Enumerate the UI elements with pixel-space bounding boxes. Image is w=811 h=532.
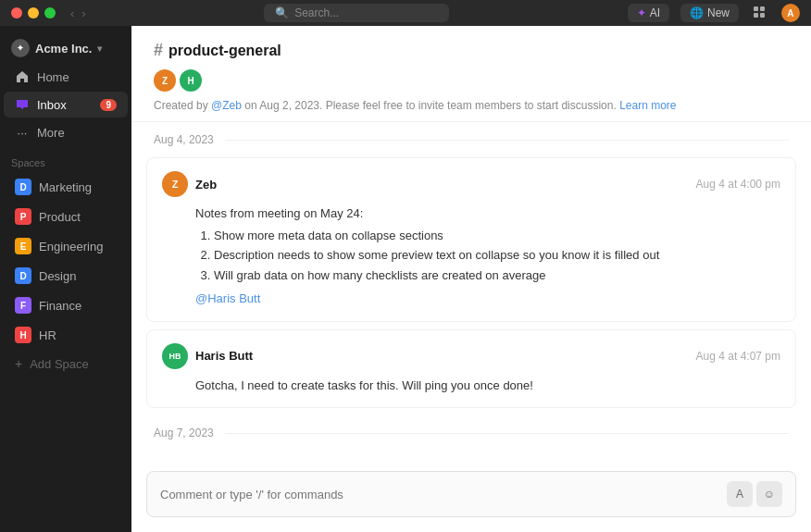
sidebar-item-finance[interactable]: F Finance — [4, 291, 128, 319]
engineering-label: Engineering — [39, 240, 103, 254]
sidebar-item-inbox[interactable]: Inbox 9 — [4, 92, 128, 118]
messages-area: Aug 4, 2023 Z Zeb Aug 4 at 4:00 pm Notes… — [131, 122, 811, 460]
forward-arrow[interactable]: › — [81, 6, 85, 20]
app-body: ✦ Acme Inc. ▾ Home Inbox 9 ··· More Spac… — [0, 26, 811, 532]
add-space-button[interactable]: + Add Space — [4, 351, 128, 377]
marketing-icon: D — [15, 179, 31, 195]
avatar-zeb: Z — [154, 69, 176, 92]
list-item-1-1: Show more meta data on collapse sections — [214, 227, 780, 245]
minimize-button[interactable] — [28, 7, 39, 19]
hr-icon: H — [15, 327, 31, 343]
meta-user-link[interactable]: @Zeb — [211, 99, 242, 112]
date-divider-1: Aug 4, 2023 — [131, 122, 811, 157]
svg-rect-1 — [760, 6, 765, 11]
chevron-down-icon: ▾ — [97, 43, 102, 54]
hr-label: HR — [39, 328, 56, 342]
list-item-1-2: Description needs to show some preview t… — [214, 246, 780, 265]
back-arrow[interactable]: ‹ — [70, 6, 74, 20]
channel-meta: Created by @Zeb on Aug 2, 2023. Please f… — [154, 99, 789, 112]
new-button[interactable]: 🌐 New — [680, 4, 739, 22]
date-label-1: Aug 4, 2023 — [154, 133, 214, 146]
search-placeholder: Search... — [294, 6, 339, 19]
titlebar: ‹ › 🔍 Search... ✦ AI 🌐 New A — [0, 0, 811, 26]
avatar-msg2: HB — [162, 343, 188, 369]
hash-icon: # — [154, 41, 163, 60]
product-icon: P — [15, 208, 31, 225]
ai-label: AI — [650, 6, 660, 19]
message-header-1: Z Zeb Aug 4 at 4:00 pm — [162, 171, 780, 197]
more-icon: ··· — [15, 125, 30, 140]
list-item-1-3: Will grab data on how many checklists ar… — [214, 266, 780, 285]
message-card-1: Z Zeb Aug 4 at 4:00 pm Notes from meetin… — [146, 157, 796, 322]
mention-link[interactable]: @Haris Butt — [195, 291, 260, 305]
author-name-1: Zeb — [195, 178, 217, 192]
sidebar-item-engineering[interactable]: E Engineering — [4, 232, 128, 260]
message-body-2: Gotcha, I need to create tasks for this.… — [195, 377, 780, 395]
comment-area: A ☺ — [131, 460, 811, 532]
new-label: New — [707, 6, 730, 19]
spaces-section-label: Spaces — [0, 146, 131, 172]
home-label: Home — [37, 70, 69, 84]
ai-button[interactable]: ✦ AI — [628, 4, 669, 22]
marketing-label: Marketing — [39, 180, 92, 194]
search-icon: 🔍 — [275, 6, 289, 19]
message-author-2: HB Haris Butt — [162, 343, 253, 369]
home-icon — [15, 69, 30, 84]
close-button[interactable] — [11, 7, 22, 19]
sidebar-item-product[interactable]: P Product — [4, 203, 128, 230]
plus-icon: + — [15, 356, 22, 371]
sidebar-item-hr[interactable]: H HR — [4, 321, 128, 349]
sidebar-item-design[interactable]: D Design — [4, 262, 128, 290]
main-content: # product-general Z H Created by @Zeb on… — [131, 26, 811, 532]
message-time-2: Aug 4 at 4:07 pm — [696, 350, 780, 363]
svg-rect-0 — [754, 6, 758, 11]
window-controls — [11, 7, 56, 19]
search-bar[interactable]: 🔍 Search... — [264, 4, 449, 22]
grid-icon[interactable] — [750, 3, 770, 23]
workspace-header[interactable]: ✦ Acme Inc. ▾ — [0, 33, 131, 63]
message-header-2: HB Haris Butt Aug 4 at 4:07 pm — [162, 343, 780, 369]
message-body-1: Notes from meeting on May 24: Show more … — [195, 204, 780, 308]
message-author-1: Z Zeb — [162, 171, 217, 197]
author-name-2: Haris Butt — [195, 349, 253, 363]
body-intro-1: Notes from meeting on May 24: — [195, 204, 780, 223]
inbox-badge: 9 — [100, 99, 117, 111]
fullscreen-button[interactable] — [44, 7, 56, 19]
svg-rect-2 — [754, 13, 758, 18]
finance-icon: F — [15, 297, 31, 314]
date-label-2: Aug 7, 2023 — [154, 427, 214, 439]
format-button[interactable]: A — [727, 481, 753, 507]
avatar-haris: H — [180, 69, 202, 92]
date-divider-2: Aug 7, 2023 — [131, 415, 811, 451]
comment-actions: A ☺ — [727, 481, 782, 507]
comment-input[interactable] — [160, 488, 727, 501]
emoji-button[interactable]: ☺ — [756, 481, 782, 507]
comment-input-box[interactable]: A ☺ — [146, 471, 796, 517]
workspace-logo: ✦ — [11, 39, 30, 57]
sidebar-item-more[interactable]: ··· More — [4, 119, 128, 145]
user-avatar[interactable]: A — [781, 4, 800, 22]
sidebar-item-marketing[interactable]: D Marketing — [4, 173, 128, 201]
inbox-icon — [15, 97, 30, 112]
channel-header: # product-general Z H Created by @Zeb on… — [131, 26, 811, 122]
design-label: Design — [39, 269, 76, 283]
channel-name: product-general — [168, 43, 281, 59]
sidebar: ✦ Acme Inc. ▾ Home Inbox 9 ··· More Spac… — [0, 26, 131, 532]
titlebar-right: ✦ AI 🌐 New A — [628, 3, 800, 23]
channel-title: # product-general — [154, 41, 789, 60]
channel-avatars: Z H — [154, 69, 789, 92]
nav-arrows: ‹ › — [70, 6, 86, 20]
sidebar-item-home[interactable]: Home — [4, 64, 128, 90]
body-list-1: Show more meta data on collapse sections… — [195, 227, 780, 285]
design-icon: D — [15, 267, 31, 284]
meta-prefix: Created by — [154, 99, 211, 112]
more-label: More — [37, 126, 65, 140]
learn-more-link[interactable]: Learn more — [619, 99, 676, 112]
message-card-2: HB Haris Butt Aug 4 at 4:07 pm Gotcha, I… — [146, 329, 796, 409]
product-label: Product — [39, 210, 81, 224]
svg-rect-3 — [760, 13, 765, 18]
body-text-2: Gotcha, I need to create tasks for this.… — [195, 377, 780, 395]
avatar-msg1: Z — [162, 171, 188, 197]
ai-icon: ✦ — [637, 6, 646, 19]
meta-date: on Aug 2, 2023. Please feel free to invi… — [244, 99, 617, 112]
